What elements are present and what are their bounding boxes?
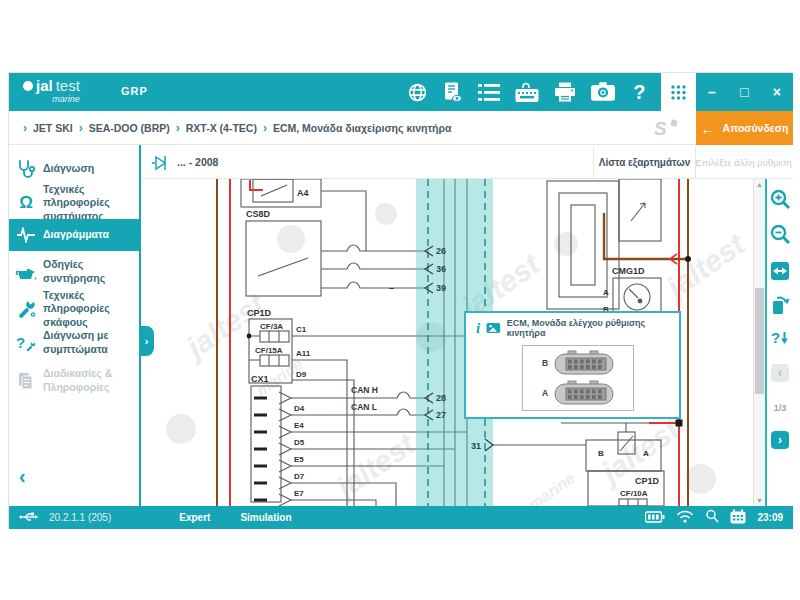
sidebar-back-button[interactable]: ‹ [19,465,26,488]
apps-grid-icon[interactable] [661,73,696,111]
gauge-center-dot [638,299,643,304]
label-a11: A11 [296,349,311,358]
sidebar-label: Διαγράμματα [43,228,109,240]
sidebar-label: Τεχνικές πληροφορίες [43,183,110,209]
label-d5: D5 [294,438,305,447]
next-page-button[interactable]: › [767,431,793,449]
back-arrow-icon: ← [701,120,716,137]
connector-label-a: A [542,388,548,398]
print-icon[interactable] [554,80,576,104]
document-preview-icon[interactable] [443,80,463,104]
sidebar-label: Διάγνωση [43,162,94,174]
component-help-button[interactable]: ? [767,329,793,346]
disconnect-button[interactable]: ← Αποσύνδεση [696,111,793,145]
sidebar-item-maintenance[interactable]: Οδηγίες συντήρησης [9,257,139,287]
breadcrumb: › JET SKI › SEA-DOO (BRP) › RXT-X (4-TEC… [9,121,451,135]
maximize-button[interactable]: □ [740,84,748,100]
breadcrumb-item-system[interactable]: ECM, Μονάδα διαχείρισης κινητήρα [273,122,452,134]
screenshot-camera-icon[interactable] [591,80,615,104]
breadcrumb-separator: › [176,121,180,135]
info-icon: i [476,320,480,337]
group-label: GRP [121,85,148,97]
label-cf10a: CF/10A [620,489,648,498]
label-a4: A4 [297,188,309,198]
diagram-scrollbar[interactable]: ▲ ▼ [753,179,765,506]
ecm-pin-31: 31 [471,441,481,451]
zoom-in-button[interactable] [767,188,793,211]
breadcrumb-item-jetski[interactable]: JET SKI [33,122,73,134]
label-cmg-a: A [603,288,609,297]
sidebar-item-procedures[interactable]: Διαδικασίες &Πληροφορίες [9,361,139,401]
label-cp1d-left: CP1D [247,308,272,318]
label-d4: D4 [294,404,305,413]
label-c1: C1 [296,325,307,334]
sidebar-label2: Πληροφορίες [43,381,110,393]
ecm-pin-36: 36 [436,264,446,274]
label-can-h: CAN H [351,385,378,395]
label-can-l: CAN L [351,402,377,412]
label-e7: E7 [294,489,304,498]
image-icon [486,322,501,334]
label-cs8d: CS8D [246,209,271,219]
previous-page-button[interactable]: ‹ [767,364,793,382]
breadcrumb-item-model[interactable]: RXT-X (4-TEC) [186,122,257,134]
label-e4: E4 [294,421,304,430]
tooltip-title: ECM, Μονάδα ελέγχου ρύθμισης κινητήρα [507,318,671,338]
diagram-canvas[interactable]: jaltest jaltest jaltest jaltest jaltest … [141,179,753,506]
ecm-pin-28: 28 [436,393,446,403]
diagram-toolbar: ? ‹ 1/3 › [765,179,793,506]
logo-marine: marine [23,95,80,104]
scroll-down-arrow[interactable]: ▼ [754,497,765,504]
sidebar-item-diagnosis[interactable]: Διάγνωση [9,155,139,183]
content-header: ... - 2008 Λίστα εξαρτημάτων Επιλέξτε άλ… [141,146,793,179]
minimize-button[interactable]: – [708,84,716,100]
select-other-setting-button[interactable]: Επιλέξτε άλλη ρύθμιση [694,146,793,178]
ecm-pin-39: 39 [436,283,446,293]
ecm-connector-b-image [554,350,614,376]
label-cmg1d: CMG1D [612,266,645,276]
help-icon[interactable]: ? [630,80,650,104]
usb-icon [19,511,39,525]
close-button[interactable]: × [773,84,781,100]
model-years-label: ... - 2008 [177,156,218,168]
mode-label: Expert [179,512,210,523]
svg-text:S: S [654,118,667,139]
sidebar-label: Διάγνωση με [43,329,108,341]
sidebar-item-diagrams[interactable]: Διαγράμματα [9,219,139,251]
zoom-level-icon [705,509,719,526]
connector-images-box: B A [522,345,634,411]
scroll-up-arrow[interactable]: ▲ [754,181,765,188]
battery-icon [645,511,665,525]
sidebar-item-system-info[interactable]: Ω Τεχνικές πληροφορίεςσυστήματος [9,183,139,223]
svg-text:jaltest: jaltest [657,226,752,306]
ecm-info-tooltip: i ECM, Μονάδα ελέγχου ρύθμισης κινητήρα … [464,311,681,419]
window-controls: – □ × [696,73,793,111]
parts-list-button[interactable]: Λίστα εξαρτημάτων [593,146,696,178]
logo-test: test [56,78,80,93]
scrollbar-thumb[interactable] [755,288,764,394]
simulation-label: Simulation [240,512,291,523]
wrench-icon [9,299,43,319]
label-relay-b: B [598,449,604,458]
rotate-page-button[interactable] [767,293,793,315]
sidebar-label: Οδηγίες συντήρησης [43,258,105,284]
page-indicator: 1/3 [767,403,793,413]
list-icon[interactable] [478,80,500,104]
zoom-out-button[interactable] [767,223,793,246]
sidebar-item-symptom-diagnosis[interactable]: ? Διάγνωση μεσυμπτώματα [9,323,139,363]
fit-width-button[interactable] [767,261,793,281]
clock-time: 23:09 [757,512,783,523]
label-cf3a: CF/3A [260,322,283,331]
breadcrumb-item-make[interactable]: SEA-DOO (BRP) [89,122,170,134]
language-globe-icon[interactable] [407,80,428,104]
junction-square [676,420,683,427]
label-cf15a: CF/15A [255,346,283,355]
sidebar-expand-handle[interactable]: › [139,326,154,356]
connector-label-b: B [542,358,548,368]
breadcrumb-bar: › JET SKI › SEA-DOO (BRP) › RXT-X (4-TEC… [9,111,696,145]
sidebar-label: Διαδικασίες & [43,367,112,379]
keyboard-icon[interactable] [515,80,539,104]
label-minus: – [389,283,394,293]
label-relay-a: A [643,449,649,458]
connection-status-icon: S [652,117,680,143]
